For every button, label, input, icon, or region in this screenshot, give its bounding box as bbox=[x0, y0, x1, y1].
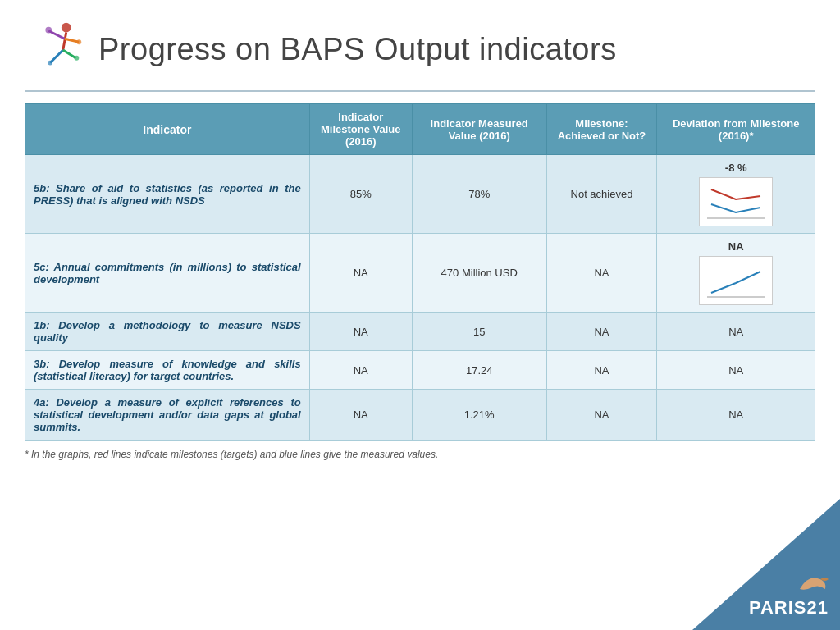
svg-point-7 bbox=[76, 39, 81, 44]
cell-achieved: NA bbox=[546, 390, 657, 441]
paris21-branding: PARIS21 bbox=[749, 573, 829, 619]
svg-point-9 bbox=[74, 56, 79, 61]
chart-up-icon bbox=[703, 260, 769, 301]
svg-point-8 bbox=[48, 61, 52, 66]
cell-achieved: NA bbox=[546, 313, 657, 351]
page: Progress on BAPS Output indicators Indic… bbox=[0, 0, 840, 630]
svg-line-5 bbox=[63, 50, 76, 58]
table-row: 1b: Develop a methodology to measure NSD… bbox=[25, 313, 815, 351]
cell-deviation: -8 % bbox=[657, 155, 815, 234]
main-table-wrapper: Indicator Indicator Milestone Value (201… bbox=[25, 103, 815, 441]
table-row: 5b: Share of aid to statistics (as repor… bbox=[25, 155, 815, 234]
cell-measured: 78% bbox=[412, 155, 546, 234]
cell-achieved: NA bbox=[546, 351, 657, 390]
svg-point-0 bbox=[62, 23, 71, 33]
col-deviation: Deviation from Milestone (2016)* bbox=[657, 104, 815, 155]
chart-container bbox=[699, 177, 773, 226]
col-measured-value: Indicator Measured Value (2016) bbox=[412, 104, 546, 155]
col-milestone-value: Indicator Milestone Value (2016) bbox=[309, 104, 412, 155]
col-achieved: Milestone: Achieved or Not? bbox=[546, 104, 657, 155]
cell-indicator: 5c: Annual commitments (in millions) to … bbox=[25, 234, 310, 313]
svg-line-4 bbox=[50, 50, 63, 63]
svg-point-6 bbox=[45, 27, 52, 34]
cell-milestone: 85% bbox=[309, 155, 412, 234]
table-row: 4a: Develop a measure of explicit refere… bbox=[25, 390, 815, 441]
cell-milestone: NA bbox=[309, 390, 412, 441]
cell-milestone: NA bbox=[309, 234, 412, 313]
cell-measured: 15 bbox=[412, 313, 546, 351]
header-divider bbox=[25, 90, 815, 92]
cell-deviation: NA bbox=[657, 351, 815, 390]
table-row: 3b: Develop measure of knowledge and ski… bbox=[25, 351, 815, 390]
svg-line-1 bbox=[63, 33, 66, 50]
cell-indicator: 4a: Develop a measure of explicit refere… bbox=[25, 390, 310, 441]
paris21-text-label: PARIS21 bbox=[749, 597, 829, 619]
page-title: Progress on BAPS Output indicators bbox=[98, 32, 617, 67]
chart-down-icon bbox=[703, 181, 769, 222]
cell-measured: 470 Million USD bbox=[412, 234, 546, 313]
header: Progress on BAPS Output indicators bbox=[25, 16, 815, 82]
indicators-table: Indicator Indicator Milestone Value (201… bbox=[25, 103, 815, 441]
cell-indicator: 3b: Develop measure of knowledge and ski… bbox=[25, 351, 310, 390]
table-row: 5c: Annual commitments (in millions) to … bbox=[25, 234, 815, 313]
chart-container bbox=[699, 256, 773, 305]
cell-deviation: NA bbox=[657, 313, 815, 351]
table-body: 5b: Share of aid to statistics (as repor… bbox=[25, 155, 815, 441]
paris21-icon bbox=[796, 573, 829, 596]
cell-indicator: 1b: Develop a methodology to measure NSD… bbox=[25, 313, 310, 351]
cell-deviation: NA bbox=[657, 234, 815, 313]
footnote: * In the graphs, red lines indicate mile… bbox=[25, 449, 815, 460]
col-indicator: Indicator bbox=[25, 104, 310, 155]
cell-achieved: NA bbox=[546, 234, 657, 313]
table-header-row: Indicator Indicator Milestone Value (201… bbox=[25, 104, 815, 155]
logo-area bbox=[25, 16, 90, 82]
brand-logo-icon bbox=[25, 16, 89, 80]
cell-indicator: 5b: Share of aid to statistics (as repor… bbox=[25, 155, 310, 234]
cell-milestone: NA bbox=[309, 351, 412, 390]
cell-achieved: Not achieved bbox=[546, 155, 657, 234]
cell-deviation: NA bbox=[657, 390, 815, 441]
cell-measured: 17.24 bbox=[412, 351, 546, 390]
cell-measured: 1.21% bbox=[412, 390, 546, 441]
cell-milestone: NA bbox=[309, 313, 412, 351]
